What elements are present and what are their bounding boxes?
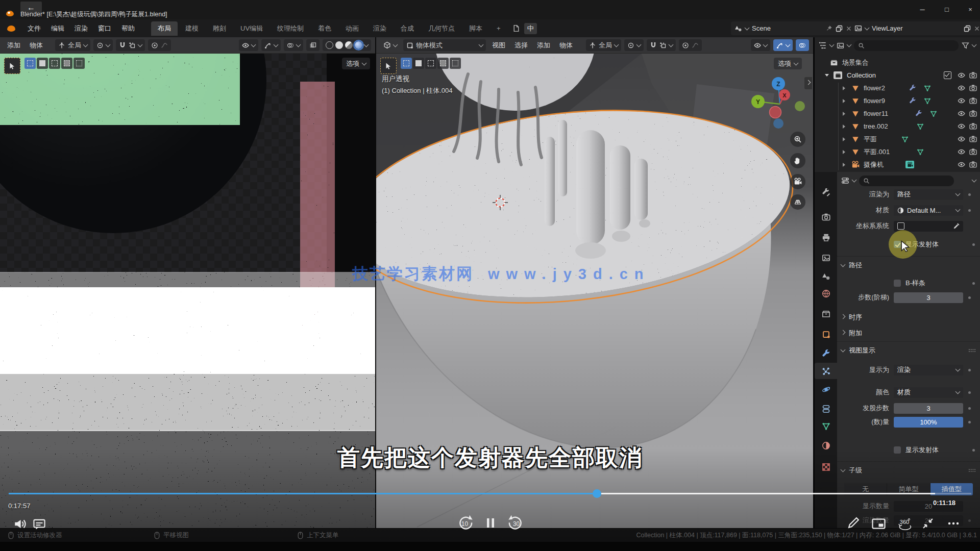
timing-section-header[interactable]: 时序 [837,311,980,323]
camera-visibility-icon[interactable] [969,122,977,130]
select-mode-new[interactable] [24,58,36,69]
sidebar-toggle[interactable] [804,77,812,89]
eyedropper-icon[interactable] [953,223,960,230]
transform-orientation-dropdown[interactable]: 全局 [586,39,621,51]
select-mode-subtract[interactable] [49,58,60,69]
snap-group[interactable] [647,39,676,51]
rendered-shading-button[interactable] [355,41,362,49]
tab-texture-paint[interactable]: 纹理绘制 [271,21,310,36]
menu-render[interactable]: 渲染 [69,22,93,35]
proportional-edit-group[interactable] [679,39,702,51]
outliner-item-flower11[interactable]: flower11 [815,107,980,120]
animate-dot[interactable] [968,209,971,212]
outliner-item-camera[interactable]: 摄像机 [815,158,980,171]
xray-toggle[interactable] [306,39,320,51]
overlays-toggle[interactable] [796,39,809,51]
tab-world[interactable] [815,285,837,302]
right-viewport-options-button[interactable]: 选项 [774,58,802,69]
annotate-pencil-button[interactable] [847,516,860,529]
outliner-search-input[interactable] [867,41,954,49]
tab-render[interactable] [815,209,837,225]
camera-visibility-icon[interactable] [969,84,977,92]
eye-icon[interactable] [958,84,965,92]
tab-geometry-nodes[interactable]: 几何节点 [422,21,461,36]
eye-icon[interactable] [958,110,965,117]
outliner-scene-collection[interactable]: 场景集合 [815,56,980,69]
remove-icon[interactable] [974,26,980,32]
outliner-collection-row[interactable]: Collection [815,69,980,82]
rotate-360-button[interactable]: 360 [896,515,914,532]
copy-icon[interactable] [964,25,971,32]
gizmos-toggle[interactable] [773,39,793,51]
maximize-button[interactable]: □ [938,3,955,15]
gizmo-y-negative[interactable] [795,101,805,111]
eye-icon[interactable] [958,97,965,105]
select-mode-new[interactable] [401,58,412,69]
mode-dropdown[interactable]: 物体模式 [403,39,486,51]
viewport-display-section-header[interactable]: 视图显示 [837,344,980,357]
properties-search-input[interactable] [872,177,950,185]
captions-button[interactable] [33,517,46,531]
zoom-button[interactable] [790,132,805,147]
viewport-object-menu[interactable]: 物体 [556,41,576,50]
scene-selector[interactable]: Scene [731,21,855,35]
viewport-add-menu[interactable]: 添加 [4,41,23,50]
disclosure-icon[interactable] [843,112,845,116]
gizmos-dropdown[interactable] [261,39,281,51]
menu-help[interactable]: 帮助 [116,22,140,35]
animate-dot[interactable] [968,519,971,522]
more-options-button[interactable] [947,521,960,525]
visibility-dropdown[interactable] [239,39,258,51]
disclosure-icon[interactable] [843,150,845,154]
menu-window[interactable]: 窗口 [93,22,116,35]
path-section-header[interactable]: 路径 [837,259,980,271]
eye-icon[interactable] [958,148,965,156]
disclosure-open-icon[interactable] [825,74,829,77]
viewport-view-menu[interactable]: 视图 [489,41,508,50]
solid-shading-button[interactable] [335,41,343,49]
picture-in-picture-button[interactable] [872,518,886,529]
disclosure-icon[interactable] [843,99,845,103]
camera-visibility-icon[interactable] [969,161,977,168]
camera-view-button[interactable] [790,174,805,189]
disclosure-icon[interactable] [843,124,845,129]
pan-hand-button[interactable] [790,153,805,168]
transform-orientation-dropdown[interactable]: 全局 [55,39,90,51]
left-viewport-options-button[interactable]: 选项 [342,58,370,69]
datablock-page-icon[interactable] [512,24,520,32]
material-dropdown[interactable]: Default M... [894,205,963,216]
tab-sculpting[interactable]: 雕刻 [206,21,233,36]
gizmo-z-axis[interactable]: Z [776,81,780,88]
select-mode-extend[interactable] [37,58,48,69]
proportional-edit-group[interactable] [148,39,171,51]
camera-visibility-icon[interactable] [969,71,977,79]
outliner-editor-icon[interactable] [819,41,827,49]
viewport-object-menu[interactable]: 物体 [27,41,46,50]
outliner-item-tree002[interactable]: tree.002 [815,120,980,133]
animate-dot[interactable] [968,296,971,299]
menu-edit[interactable]: 编辑 [46,22,69,35]
gizmo-z-negative[interactable] [773,118,783,129]
display-mode-icon[interactable] [837,42,844,49]
select-mode-extend[interactable] [413,58,424,69]
eye-icon[interactable] [958,71,965,79]
pause-button[interactable] [485,517,496,529]
tab-modeling[interactable]: 建模 [179,21,205,36]
tab-animation[interactable]: 动画 [339,21,365,36]
tab-particles[interactable] [815,363,837,379]
filter-funnel-icon[interactable] [962,42,969,49]
eye-icon[interactable] [958,122,965,130]
select-mode-intersect[interactable] [74,58,85,69]
tab-physics[interactable] [815,381,837,397]
animate-dot[interactable] [968,391,971,394]
tab-object-data[interactable] [815,418,837,434]
outliner-item-flower9[interactable]: flower9 [815,94,980,107]
exit-fullscreen-button[interactable] [922,517,934,530]
color-dropdown[interactable]: 材质 [894,387,963,398]
add-workspace-button[interactable]: + [490,22,507,35]
pivot-point-dropdown[interactable] [624,39,644,51]
material-shading-button[interactable] [345,41,353,49]
viewport-add-menu[interactable]: 添加 [534,41,553,50]
steps-field[interactable]: 3 [894,292,963,303]
disclosure-icon[interactable] [843,163,845,167]
